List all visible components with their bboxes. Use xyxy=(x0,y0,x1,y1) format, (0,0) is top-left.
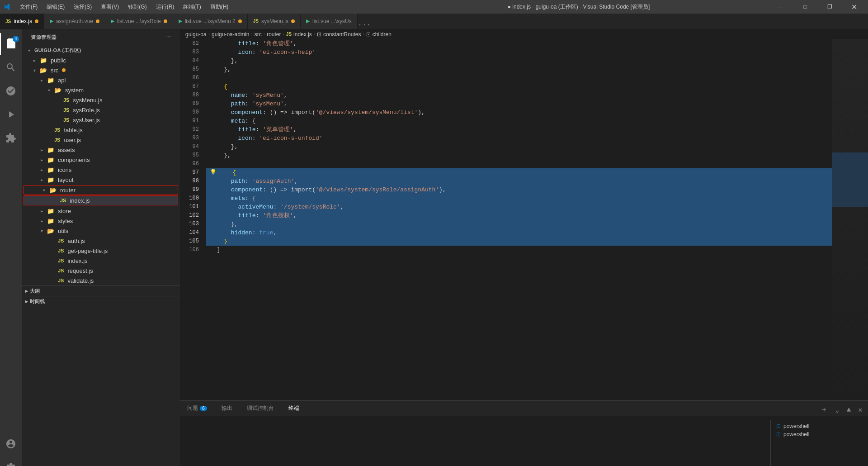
new-file-icon[interactable]: ⋯ xyxy=(166,34,171,40)
sidebar-item-label: components xyxy=(58,157,90,163)
code-token xyxy=(210,82,224,91)
activity-run[interactable] xyxy=(0,104,22,125)
sidebar-item-assets[interactable]: ▸ 📁 assets xyxy=(22,145,180,155)
panel-tab-problems[interactable]: 问题 6 xyxy=(180,400,214,416)
code-token xyxy=(210,177,231,185)
code-content[interactable]: title : '角色管理' , icon : 'el-icon-s-help' xyxy=(206,39,832,400)
titlebar-menu: 文件(F) 编辑(E) 选择(S) 查看(V) 转到(G) 运行(R) 终端(T… xyxy=(16,2,232,12)
tab-list-vue-sysrole[interactable]: ▶ list.vue ...\sysRole xyxy=(105,14,173,29)
minimize-button[interactable]: ─ xyxy=(770,0,791,14)
sidebar-title: 资源管理器 xyxy=(31,34,57,41)
terminal-item-powershell2[interactable]: ⊡ powershell xyxy=(771,430,861,438)
line-num-92: 92 xyxy=(180,125,203,134)
sidebar-item-table-js[interactable]: JS table.js xyxy=(22,125,180,135)
tab-sysmenu-js[interactable]: JS sysMenu.js xyxy=(248,14,301,29)
code-token: title xyxy=(238,125,255,134)
code-token: : xyxy=(252,48,259,57)
code-line-83: icon : 'el-icon-s-help' xyxy=(206,48,832,57)
tab-overflow-button[interactable]: ··· xyxy=(358,21,371,29)
tab-list-vue-sysmenu2[interactable]: ▶ list.vue ...\sysMenu 2 xyxy=(173,14,248,29)
breadcrumb-router[interactable]: router xyxy=(267,31,281,38)
code-token: title xyxy=(238,39,255,48)
line-num-95: 95 xyxy=(180,151,203,160)
outline-header[interactable]: ▸ 大纲 xyxy=(22,286,180,296)
tab-list-vue-sysus[interactable]: ▶ list.vue ...\sysUs xyxy=(301,14,358,29)
menu-select[interactable]: 选择(S) xyxy=(70,2,95,12)
sidebar-item-sysmenu-js[interactable]: JS sysMenu.js xyxy=(22,95,180,105)
sidebar-item-store[interactable]: ▸ 📁 store xyxy=(22,206,180,216)
line-num-83: 83 xyxy=(180,48,203,57)
activity-git[interactable] xyxy=(0,80,22,102)
menu-edit[interactable]: 编辑(E) xyxy=(43,2,68,12)
sidebar-item-src[interactable]: ▾ 📂 src xyxy=(22,65,180,75)
menu-terminal[interactable]: 终端(T) xyxy=(179,2,204,12)
code-token: '@/views/system/sysRole/assignAuth' xyxy=(316,185,439,194)
activity-explorer[interactable]: 4 xyxy=(0,33,22,55)
sidebar-item-label: api xyxy=(58,77,66,84)
sidebar-item-public[interactable]: ▸ 📁 public xyxy=(22,55,180,65)
sidebar-item-router[interactable]: ▾ 📂 router xyxy=(24,185,178,195)
panel-maximize-button[interactable]: ▲ xyxy=(845,404,853,416)
sidebar-item-layout[interactable]: ▸ 📁 layout xyxy=(22,175,180,185)
sidebar-item-api[interactable]: ▸ 📁 api xyxy=(22,75,180,85)
activity-settings[interactable] xyxy=(0,456,22,466)
tab-label: list.vue ...\sysUs xyxy=(312,18,352,24)
tab-index-js[interactable]: JS index.js xyxy=(0,14,44,29)
panel-close-button[interactable]: ✕ xyxy=(856,404,864,416)
restore-button[interactable]: ❐ xyxy=(819,0,840,14)
panel-tab-output[interactable]: 输出 xyxy=(214,400,240,416)
panel-tab-terminal[interactable]: 终端 xyxy=(281,400,307,416)
sidebar-item-get-page-title-js[interactable]: JS get-page-title.js xyxy=(22,246,180,256)
sidebar-item-utils-index-js[interactable]: JS index.js xyxy=(22,256,180,266)
sidebar-item-auth-js[interactable]: JS auth.js xyxy=(22,236,180,246)
timeline-header[interactable]: ▸ 时间线 xyxy=(22,296,180,306)
tab-assign-auth-vue[interactable]: ▶ assignAuth.vue xyxy=(44,14,105,29)
menu-file[interactable]: 文件(F) xyxy=(16,2,41,12)
sidebar-item-icons[interactable]: ▸ 📁 icons xyxy=(22,165,180,175)
folder-icon: 📁 xyxy=(47,208,54,214)
maximize-button[interactable]: □ xyxy=(795,0,816,14)
panel-add-button[interactable]: ＋ xyxy=(819,403,830,416)
sidebar-item-styles[interactable]: ▸ 📁 styles xyxy=(22,216,180,226)
sidebar-item-system[interactable]: ▾ 📂 system xyxy=(22,85,180,95)
breadcrumb-admin[interactable]: guigu-oa-admin xyxy=(212,31,249,38)
sidebar-item-components[interactable]: ▸ 📁 components xyxy=(22,155,180,165)
sidebar-item-sysrole-js[interactable]: JS sysRole.js xyxy=(22,105,180,115)
vue-file-icon: ▶ xyxy=(111,19,114,24)
tab-modified-indicator xyxy=(96,19,99,23)
bottom-panel: 问题 6 输出 调试控制台 终端 ＋ ⌄ ▲ xyxy=(180,400,868,466)
sidebar-item-user-js[interactable]: JS user.js xyxy=(22,135,180,145)
sidebar-item-request-js[interactable]: JS request.js xyxy=(22,266,180,276)
minimap-highlight xyxy=(832,152,868,207)
sidebar-item-router-index-js[interactable]: JS index.js xyxy=(24,195,178,205)
panel-tab-debug-console[interactable]: 调试控制台 xyxy=(240,400,281,416)
sidebar-item-validate-js[interactable]: JS validate.js xyxy=(22,276,180,285)
breadcrumb-children[interactable]: children xyxy=(373,31,392,38)
line-num-97: 97 xyxy=(180,168,203,177)
sidebar-item-sysuser-js[interactable]: JS sysUser.js xyxy=(22,115,180,125)
breadcrumb-constantroutes[interactable]: constantRoutes xyxy=(323,31,361,38)
editor-area: guigu-oa › guigu-oa-admin › src › router… xyxy=(180,29,868,466)
vue-file-icon: ▶ xyxy=(306,19,310,24)
lightbulb-icon[interactable]: 💡 xyxy=(210,168,217,177)
sidebar-item-utils[interactable]: ▾ 📂 utils xyxy=(22,226,180,236)
code-token xyxy=(210,194,231,203)
sidebar-item-label: layout xyxy=(58,176,74,183)
tabs-bar: JS index.js ▶ assignAuth.vue ▶ list.vue … xyxy=(0,14,868,29)
workspace-root[interactable]: ▾ GUIGU-OA (工作区) xyxy=(22,45,180,55)
menu-view[interactable]: 查看(V) xyxy=(97,2,123,12)
breadcrumb-index-js[interactable]: index.js xyxy=(293,31,312,38)
menu-goto[interactable]: 转到(G) xyxy=(124,2,150,12)
menu-help[interactable]: 帮助(H) xyxy=(207,2,232,12)
panel-split-button[interactable]: ⌄ xyxy=(833,404,841,416)
code-token xyxy=(210,125,238,134)
activity-search[interactable] xyxy=(0,57,22,78)
activity-accounts[interactable] xyxy=(0,433,22,455)
breadcrumb-guigu-oa[interactable]: guigu-oa xyxy=(185,31,207,38)
terminal-item-powershell1[interactable]: ⊡ powershell xyxy=(771,422,861,430)
sidebar-item-label: utils xyxy=(58,228,68,234)
menu-run[interactable]: 运行(R) xyxy=(152,2,178,12)
breadcrumb-src[interactable]: src xyxy=(255,31,262,38)
close-button[interactable]: ✕ xyxy=(844,0,864,14)
activity-extensions[interactable] xyxy=(0,127,22,149)
